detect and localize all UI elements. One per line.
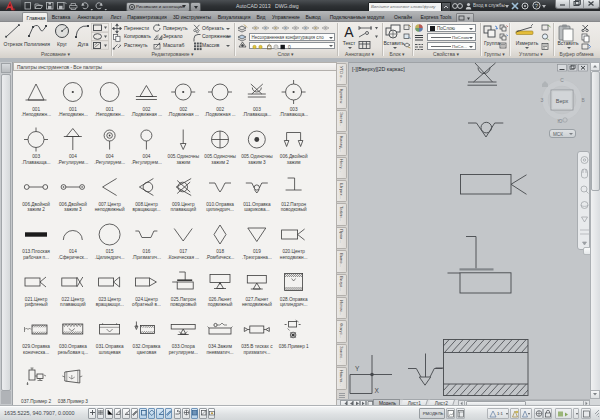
svg-text:Ю: Ю xyxy=(558,119,563,124)
svg-text:Y: Y xyxy=(355,365,360,372)
svg-text:З: З xyxy=(541,98,544,103)
svg-text:Верх: Верх xyxy=(556,98,569,104)
svg-text:?: ? xyxy=(535,3,539,9)
svg-text:X: X xyxy=(375,387,380,394)
svg-text:В: В xyxy=(581,98,584,103)
svg-text:С: С xyxy=(560,78,564,83)
svg-text:0: 0 xyxy=(288,44,291,50)
